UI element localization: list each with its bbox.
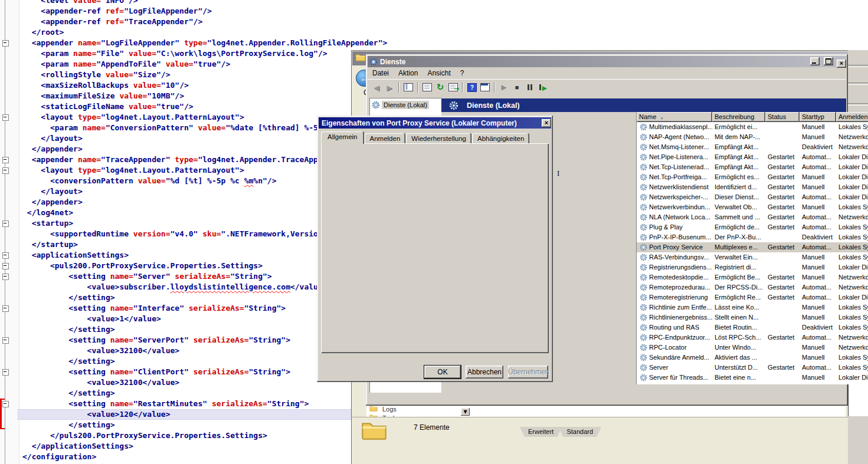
menu-item-aktion[interactable]: Aktion: [394, 69, 422, 77]
folder-icon: [355, 53, 366, 61]
table-cell: Stellt einen N...: [712, 312, 765, 323]
table-row[interactable]: NAP-Agent (Netwo...Mit dem NAP-...Manuel…: [637, 132, 868, 142]
ok-button[interactable]: OK: [424, 366, 461, 379]
tab-page-allgemein: [321, 143, 549, 353]
table-cell: Empfängt Akt...: [712, 152, 765, 162]
fold-marker-icon[interactable]: [2, 263, 9, 269]
table-cell: Netzwerkdienst: [836, 142, 868, 152]
fold-marker-icon[interactable]: [2, 401, 9, 407]
fold-marker-icon[interactable]: [2, 114, 9, 121]
table-cell: Lokaler Dienst: [836, 162, 868, 172]
dialog-titlebar[interactable]: Eigenschaften von Port Proxy Service (Lo…: [319, 117, 551, 129]
table-row[interactable]: Richtlinienergebniss...Stellt einen N...…: [637, 312, 868, 323]
fold-marker-icon[interactable]: [2, 337, 9, 344]
table-cell: Manuell: [800, 353, 836, 363]
table-row[interactable]: RPC-Endpunktzuor...Löst RPC-Sch...Gestar…: [637, 333, 868, 343]
table-row[interactable]: Routing und RASBietet Routin...Deaktivie…: [637, 323, 868, 333]
fold-marker-icon[interactable]: [2, 157, 9, 163]
table-cell: Lokaler Dienst: [836, 182, 868, 192]
maximize-button[interactable]: [824, 57, 833, 65]
fold-marker-icon[interactable]: [2, 274, 9, 280]
column-header-starttyp[interactable]: Starttyp: [800, 112, 836, 122]
menu-item-datei[interactable]: Datei: [368, 69, 394, 77]
table-row[interactable]: Net.Tcp-Listenerad...Empfängt Akt...Gest…: [637, 162, 868, 172]
forward-icon[interactable]: ►: [383, 81, 396, 94]
table-row[interactable]: PnP-X-IP-Busenum...Der PnP-X-Bu...Deakti…: [637, 232, 868, 242]
table-row[interactable]: Net.Pipe-Listenera...Empfängt Akt...Gest…: [637, 152, 868, 162]
tab-standard[interactable]: Standard: [558, 427, 601, 437]
table-cell: Bietet Routin...: [712, 323, 765, 333]
tab-wiederherstellung[interactable]: Wiederherstellung: [406, 133, 471, 144]
table-row[interactable]: Plug & PlayErmöglicht de...GestartetAuto…: [637, 222, 868, 232]
table-cell: Lokaler Dienst: [836, 192, 868, 202]
table-cell: Automat...: [800, 152, 836, 162]
stop-service-icon[interactable]: ■: [510, 81, 523, 94]
table-row[interactable]: RAS-Verbindungsv...Verwaltet Ein...Manue…: [637, 252, 868, 262]
minimize-button[interactable]: [810, 57, 820, 65]
table-cell: Ermöglicht Be...: [712, 272, 765, 282]
table-cell: Ermöglicht ei...: [712, 122, 765, 132]
pause-service-icon[interactable]: [523, 81, 536, 94]
table-row[interactable]: RPC-LocatorUnter Windo...ManuellNetzwerk…: [637, 343, 868, 353]
abbrechen-button[interactable]: Abbrechen: [466, 366, 503, 379]
table-cell: Manuell: [800, 302, 836, 312]
refresh-icon[interactable]: ↻: [434, 81, 447, 94]
table-row[interactable]: Port Proxy ServiceMultiplexes e...Gestar…: [637, 242, 868, 252]
column-header-anmeldenals[interactable]: Anmelden als: [836, 112, 868, 122]
chevron-down-icon[interactable]: ▼: [461, 408, 470, 416]
table-row[interactable]: NetzwerklistendienstIdentifiziert d...Ge…: [637, 182, 868, 192]
table-row[interactable]: Netzwerkspeicher-...Dieser Dienst...Gest…: [637, 192, 868, 202]
code-line: <setting name="RestartMinutes" serialize…: [22, 399, 387, 409]
table-row[interactable]: Sekundäre Anmeld...Aktiviert das ...Manu…: [637, 353, 868, 363]
new-window-icon[interactable]: [479, 81, 492, 94]
close-button[interactable]: ×: [837, 60, 846, 68]
table-row[interactable]: Net.Msmq-Listener...Empfängt Akt...Deakt…: [637, 142, 868, 152]
table-row[interactable]: Server für Threads...Bietet eine n...Man…: [637, 373, 868, 383]
restart-service-icon[interactable]: ▶: [536, 81, 549, 94]
fold-marker-icon[interactable]: [2, 221, 9, 227]
tab-erweitert[interactable]: Erweitert: [520, 427, 562, 437]
table-row[interactable]: NLA (Network Loca...Sammelt und ...Gesta…: [637, 212, 868, 222]
table-row[interactable]: Multimediaklassenpl...Ermöglicht ei...Ma…: [637, 122, 868, 132]
table-cell: Deaktiviert: [800, 232, 836, 242]
tab-abhangigkeiten[interactable]: Abhängigkeiten: [472, 133, 529, 144]
properties-icon[interactable]: [421, 81, 434, 94]
table-cell: Unterstützt D...: [712, 363, 765, 373]
start-service-icon[interactable]: ▶: [497, 81, 510, 94]
column-header-beschreibung[interactable]: Beschreibung: [712, 112, 765, 122]
fold-marker-icon[interactable]: [2, 369, 9, 376]
services-titlebar[interactable]: Dienste: [368, 56, 846, 67]
column-header-status[interactable]: Status: [765, 112, 800, 122]
fold-marker-icon[interactable]: [2, 252, 9, 259]
table-row[interactable]: ServerUnterstützt D...GestartetAutomat..…: [637, 363, 868, 373]
back-icon[interactable]: ◄: [370, 81, 383, 94]
table-cell: [765, 262, 800, 272]
explorer-file-list[interactable]: LogsTools: [366, 406, 846, 417]
close-icon[interactable]: ×: [542, 119, 551, 127]
sidebar-item-dienste-lokal[interactable]: Dienste (Lokal): [372, 101, 429, 109]
column-header-name[interactable]: Name▲: [637, 112, 712, 122]
help-icon[interactable]: ?: [466, 81, 479, 94]
service-gear-icon: [640, 314, 647, 321]
table-row[interactable]: Richtlinie zum Entfe...Lässt eine Ko...M…: [637, 302, 868, 312]
menu-item-help[interactable]: ?: [456, 69, 469, 77]
menu-item-ansicht[interactable]: Ansicht: [422, 69, 455, 77]
tab-anmelden[interactable]: Anmelden: [365, 133, 406, 144]
table-row[interactable]: Registrierungsdiens...Registriert di...M…: [637, 262, 868, 272]
fold-marker-icon[interactable]: [2, 167, 9, 174]
window-title: Dienste: [380, 58, 405, 66]
export-list-icon[interactable]: →: [447, 81, 460, 94]
console-tree-icon[interactable]: [402, 81, 415, 94]
table-row[interactable]: Netzwerkverbindun...Verwaltet Ob...Gesta…: [637, 202, 868, 212]
list-item[interactable]: Logs: [381, 406, 397, 414]
tab-allgemein[interactable]: Allgemein: [321, 131, 364, 144]
table-row[interactable]: Remoteprozedurau...Der RPCSS-Di...Gestar…: [637, 282, 868, 292]
fold-marker-icon[interactable]: [2, 305, 9, 312]
fold-marker-icon[interactable]: [2, 40, 9, 47]
table-row[interactable]: Remotedesktopdie...Ermöglicht Be...Gesta…: [637, 272, 868, 282]
table-cell: Ermöglicht Re...: [712, 292, 765, 302]
table-row[interactable]: RemoteregistrierungErmöglicht Re...Gesta…: [637, 292, 868, 302]
table-cell: Netzwerkdienst: [836, 132, 868, 142]
table-row[interactable]: Net.Tcp-Portfreiga...Ermöglicht es...Ges…: [637, 172, 868, 182]
service-gear-icon: [640, 324, 647, 331]
